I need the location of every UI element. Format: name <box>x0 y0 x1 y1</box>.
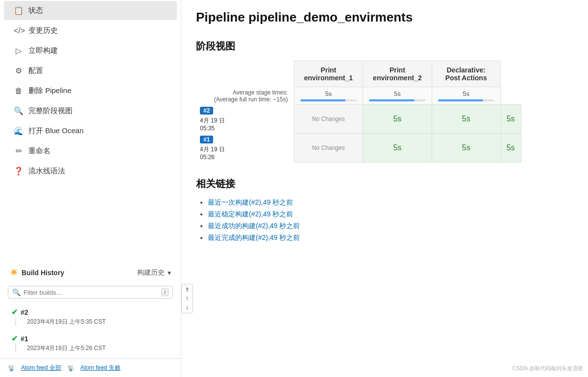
slash-key-badge: / <box>161 288 169 296</box>
status-icon: 📋 <box>14 6 24 15</box>
sidebar-label-change-history: 变更历史 <box>28 26 58 35</box>
scroll-top-arrow[interactable]: ⇑ <box>185 286 190 293</box>
search-icon: 🔍 <box>12 288 21 296</box>
change-history-icon: </> <box>14 26 24 35</box>
related-link-item-1: 最近稳定构建(#2),49 秒之前 <box>208 210 573 219</box>
related-link-1[interactable]: 最近稳定构建(#2),49 秒之前 <box>208 210 293 218</box>
stage-cell-1-3[interactable]: 5s <box>500 134 521 163</box>
atom-feed-fail[interactable]: Atom feed 失败 <box>80 364 121 372</box>
build-date-2-line2: 日 <box>219 117 225 124</box>
check-icon-#2: ✔ <box>11 307 18 317</box>
progress-bar-1 <box>300 99 357 101</box>
build-date-2-line1: 4月 19 <box>200 117 217 124</box>
stage-cell-1-1[interactable]: 5s <box>363 134 432 163</box>
stage-table: Print environment_1 Print environment_2 … <box>196 61 521 163</box>
avg-val-3: 5s <box>438 90 494 97</box>
main-content: Pipeline pipeline_demo_envirments 阶段视图 P… <box>181 0 588 377</box>
related-link-3[interactable]: 最近完成的构建(#2),49 秒之前 <box>208 234 300 241</box>
sidebar-item-change-history[interactable]: </>变更历史 <box>4 21 177 40</box>
build-time-1: 05:26 <box>200 154 215 161</box>
build-item-header-#1: ✔#1 <box>11 334 171 343</box>
build-item-2[interactable]: ✔#22023年4月19日 上午5:35 CST <box>0 304 181 330</box>
sidebar-item-status[interactable]: 📋状态 <box>4 1 177 20</box>
avg-time-col1: 5s <box>294 87 363 105</box>
stage-view-section: 阶段视图 Print environment_1 Print environme… <box>196 40 573 163</box>
stage-col-2: Print environment_2 <box>363 61 432 87</box>
sidebar-label-pipeline-syntax: 流水线语法 <box>28 166 65 176</box>
config-icon: ⚙ <box>14 66 24 75</box>
progress-bar-3 <box>438 99 494 101</box>
related-link-0[interactable]: 最近一次构建(#2),49 秒之前 <box>208 198 293 206</box>
build-date-1: 4月 19 日 05:26 <box>200 145 225 161</box>
stage-cell-2-1[interactable]: 5s <box>363 105 432 134</box>
pipeline-syntax-icon: ❓ <box>14 166 24 176</box>
col2-line2: environment_2 <box>373 74 422 82</box>
full-stage-view-icon: 🔍 <box>14 106 24 116</box>
build-row-1: #1 4月 19 日 05:26 No Changes 5s <box>196 134 521 163</box>
build-badge-2[interactable]: #2 <box>200 107 213 115</box>
col1-line1: Print <box>320 66 336 74</box>
avg-times-row: Average stage times: (Average full run t… <box>196 87 521 105</box>
sidebar-item-open-blue-ocean[interactable]: 🌊打开 Blue Ocean <box>4 121 177 141</box>
sidebar-item-rename[interactable]: ✏重命名 <box>4 141 177 161</box>
sidebar-label-rename: 重命名 <box>28 146 50 156</box>
sun-icon: ☀ <box>10 267 18 278</box>
no-changes-label-2: No Changes <box>312 116 345 122</box>
sidebar-label-status: 状态 <box>28 6 43 15</box>
build-date-1-line2: 日 <box>219 146 225 153</box>
sidebar-item-pipeline-syntax[interactable]: ❓流水线语法 <box>4 162 177 181</box>
build-date-#1: 2023年4月19日 上午5:26 CST <box>15 344 171 353</box>
sidebar-item-config[interactable]: ⚙配置 <box>4 61 177 80</box>
avg-time-col3: 5s <box>432 87 500 105</box>
rename-icon: ✏ <box>14 146 24 156</box>
related-link-2[interactable]: 最近成功的构建(#2),49 秒之前 <box>208 222 300 230</box>
related-links-title: 相关链接 <box>196 177 573 190</box>
related-links-list: 最近一次构建(#2),49 秒之前最近稳定构建(#2),49 秒之前最近成功的构… <box>196 198 573 242</box>
build-id-#1: #1 <box>21 335 28 343</box>
sidebar-item-delete-pipeline[interactable]: 🗑删除 Pipeline <box>4 81 177 100</box>
stage-col-1: Print environment_1 <box>294 61 363 87</box>
build-date-2: 4月 19 日 05:35 <box>200 117 225 132</box>
sidebar-item-build-now[interactable]: ▷立即构建 <box>4 41 177 60</box>
build-badge-1[interactable]: #1 <box>200 136 213 143</box>
build-date-#2: 2023年4月19日 上午5:35 CST <box>15 318 171 326</box>
rss-icon-2: 📡 <box>67 365 74 372</box>
scroll-down-arrow[interactable]: ↓ <box>186 303 189 311</box>
build-info-2: #2 4月 19 日 05:35 <box>196 105 294 134</box>
sidebar-item-full-stage-view[interactable]: 🔍完整阶段视图 <box>4 101 177 120</box>
stage-cell-2-3[interactable]: 5s <box>500 105 521 134</box>
check-icon-#1: ✔ <box>11 334 18 343</box>
scroll-arrows: ⇑ ↑ ↓ <box>181 284 193 313</box>
stage-cell-2-2[interactable]: 5s <box>432 105 500 134</box>
stage-cell-1-2[interactable]: 5s <box>432 134 500 163</box>
related-link-item-0: 最近一次构建(#2),49 秒之前 <box>208 198 573 207</box>
page-title: Pipeline pipeline_demo_envirments <box>196 10 573 25</box>
delete-pipeline-icon: 🗑 <box>14 87 24 95</box>
sidebar-label-full-stage-view: 完整阶段视图 <box>28 106 73 116</box>
build-date-1-line1: 4月 19 <box>200 146 217 153</box>
related-links-section: 相关链接 最近一次构建(#2),49 秒之前最近稳定构建(#2),49 秒之前最… <box>196 177 573 242</box>
sidebar-label-build-now: 立即构建 <box>28 46 58 55</box>
no-changes-1: No Changes <box>294 134 363 163</box>
build-row-2: #2 4月 19 日 05:35 No Changes 5s <box>196 105 521 134</box>
scroll-up-arrow[interactable]: ↑ <box>186 294 189 302</box>
col1-line2: environment_1 <box>304 74 353 82</box>
build-history-right[interactable]: 构建历史 ▾ <box>137 268 171 277</box>
atom-feeds: 📡 Atom feed 全部 📡 Atom feed 失败 <box>0 358 181 377</box>
sidebar: 📋状态</>变更历史▷立即构建⚙配置🗑删除 Pipeline🔍完整阶段视图🌊打开… <box>0 0 181 377</box>
avg-val-2: 5s <box>369 90 426 97</box>
progress-bar-2 <box>369 99 426 101</box>
col2-line1: Print <box>390 66 405 74</box>
filter-builds-input[interactable] <box>24 289 158 296</box>
build-list: ✔#22023年4月19日 上午5:35 CST✔#12023年4月19日 上午… <box>0 302 181 358</box>
build-time-2: 05:35 <box>200 125 215 132</box>
build-id-#2: #2 <box>21 308 28 316</box>
build-item-1[interactable]: ✔#12023年4月19日 上午5:26 CST <box>0 330 181 356</box>
watermark: CSDN @敲代码敲到头发茂密 <box>513 365 583 372</box>
sidebar-label-delete-pipeline: 删除 Pipeline <box>28 86 72 95</box>
chevron-down-icon: ▾ <box>168 269 171 277</box>
atom-feed-all[interactable]: Atom feed 全部 <box>21 364 61 372</box>
stage-view-title: 阶段视图 <box>196 40 573 53</box>
build-history-subtitle: 构建历史 <box>137 268 165 277</box>
stage-col-3: Declarative: Post Actions <box>432 61 500 87</box>
